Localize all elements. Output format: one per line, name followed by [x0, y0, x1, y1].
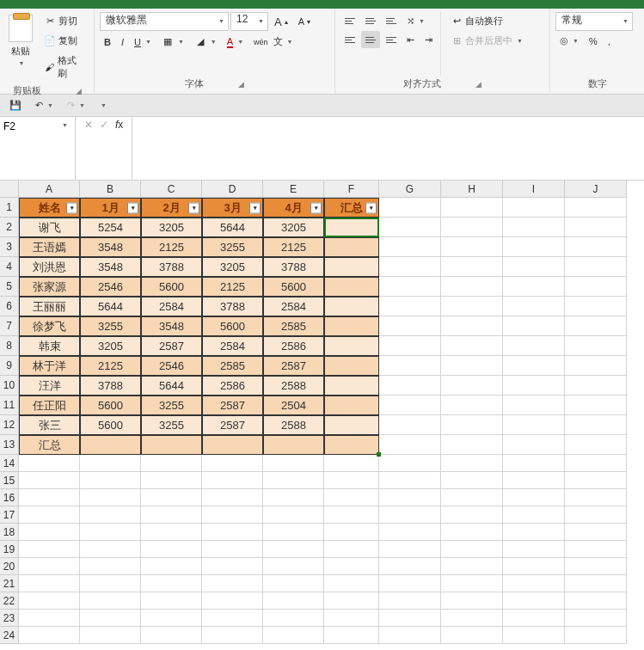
cell[interactable] — [503, 198, 565, 218]
cell[interactable] — [565, 336, 627, 356]
phonetic-button[interactable]: wén文▼ — [249, 33, 297, 51]
cell[interactable] — [324, 277, 379, 297]
italic-button[interactable]: I — [117, 34, 128, 50]
cell[interactable]: 2125 — [80, 356, 141, 376]
cell[interactable] — [503, 558, 565, 575]
cell[interactable] — [141, 455, 202, 472]
cell[interactable] — [263, 506, 324, 524]
cell[interactable]: 张三 — [19, 415, 80, 435]
cell[interactable] — [263, 435, 324, 455]
cell[interactable] — [503, 506, 565, 524]
cell[interactable] — [503, 524, 565, 541]
formula-input[interactable] — [132, 117, 644, 180]
row-header[interactable]: 10 — [0, 376, 19, 396]
cell[interactable] — [19, 610, 80, 627]
cell[interactable] — [263, 592, 324, 610]
dialog-launcher[interactable]: ◢ — [238, 80, 244, 89]
cell[interactable]: 1月▾ — [80, 198, 141, 218]
row-header[interactable]: 7 — [0, 316, 19, 336]
cell[interactable] — [141, 610, 202, 627]
cell[interactable] — [441, 198, 503, 218]
currency-button[interactable]: ◎▼ — [555, 33, 583, 49]
cell[interactable] — [379, 297, 441, 316]
cell[interactable] — [565, 558, 627, 575]
dialog-launcher[interactable]: ◢ — [475, 80, 481, 89]
cell[interactable] — [80, 524, 141, 541]
cell[interactable] — [324, 541, 379, 558]
cell[interactable] — [324, 356, 379, 376]
cell[interactable] — [565, 435, 627, 455]
cell[interactable] — [503, 541, 565, 558]
row-header[interactable]: 21 — [0, 575, 19, 592]
cell[interactable] — [503, 489, 565, 506]
cell[interactable]: 刘洪恩 — [19, 257, 80, 277]
cell[interactable] — [141, 489, 202, 506]
cell[interactable] — [503, 297, 565, 316]
cell[interactable]: 2504 — [263, 396, 324, 415]
column-header[interactable]: C — [141, 181, 202, 198]
cell[interactable] — [441, 415, 503, 435]
cell[interactable] — [379, 506, 441, 524]
cell[interactable] — [379, 489, 441, 506]
font-size-select[interactable]: 12▼ — [230, 12, 268, 31]
row-header[interactable]: 5 — [0, 277, 19, 297]
cell[interactable] — [441, 489, 503, 506]
cell[interactable]: 王语嫣 — [19, 237, 80, 257]
cell[interactable]: 3548 — [80, 237, 141, 257]
cell[interactable] — [441, 592, 503, 610]
cell[interactable] — [80, 627, 141, 644]
row-header[interactable]: 17 — [0, 506, 19, 524]
cell[interactable] — [19, 489, 80, 506]
align-center-button[interactable] — [361, 31, 380, 48]
cell[interactable]: 3255 — [80, 316, 141, 336]
cell[interactable] — [324, 455, 379, 472]
cell[interactable] — [441, 336, 503, 356]
cell[interactable] — [80, 541, 141, 558]
cell[interactable] — [503, 396, 565, 415]
cell[interactable] — [379, 541, 441, 558]
cell[interactable] — [141, 575, 202, 592]
cell[interactable]: 韩束 — [19, 336, 80, 356]
cell[interactable] — [19, 472, 80, 489]
cell[interactable] — [565, 356, 627, 376]
cell[interactable] — [379, 472, 441, 489]
cell[interactable] — [441, 316, 503, 336]
cell[interactable] — [19, 627, 80, 644]
cell[interactable] — [503, 277, 565, 297]
cell[interactable]: 3788 — [80, 376, 141, 396]
cell[interactable]: 王丽丽 — [19, 297, 80, 316]
align-right-button[interactable] — [382, 31, 401, 48]
cell[interactable] — [80, 610, 141, 627]
cell[interactable]: 2586 — [202, 376, 263, 396]
cell[interactable] — [441, 472, 503, 489]
cell[interactable] — [324, 415, 379, 435]
cell[interactable] — [263, 610, 324, 627]
align-middle-button[interactable] — [361, 12, 380, 29]
cell[interactable]: 2546 — [141, 356, 202, 376]
row-header[interactable]: 16 — [0, 489, 19, 506]
cell[interactable] — [263, 575, 324, 592]
format-painter-button[interactable]: 🖌格式刷 — [40, 52, 89, 83]
cell[interactable] — [379, 316, 441, 336]
row-header[interactable]: 2 — [0, 218, 19, 237]
cell[interactable] — [565, 376, 627, 396]
cell[interactable] — [441, 396, 503, 415]
cell[interactable] — [379, 415, 441, 435]
cell[interactable] — [324, 316, 379, 336]
row-header[interactable]: 18 — [0, 524, 19, 541]
row-header[interactable]: 4 — [0, 257, 19, 277]
cell[interactable] — [19, 455, 80, 472]
cell[interactable] — [80, 455, 141, 472]
cell[interactable]: 5600 — [202, 316, 263, 336]
cell[interactable] — [379, 336, 441, 356]
cell[interactable]: 张家源 — [19, 277, 80, 297]
save-button[interactable]: 💾 — [5, 97, 26, 113]
cell[interactable]: 3205 — [141, 218, 202, 237]
row-header[interactable]: 3 — [0, 237, 19, 257]
cell[interactable] — [565, 415, 627, 435]
cell[interactable]: 2125 — [141, 237, 202, 257]
cell[interactable] — [441, 627, 503, 644]
cell[interactable]: 4月▾ — [263, 198, 324, 218]
cell[interactable] — [324, 237, 379, 257]
cell[interactable] — [324, 627, 379, 644]
